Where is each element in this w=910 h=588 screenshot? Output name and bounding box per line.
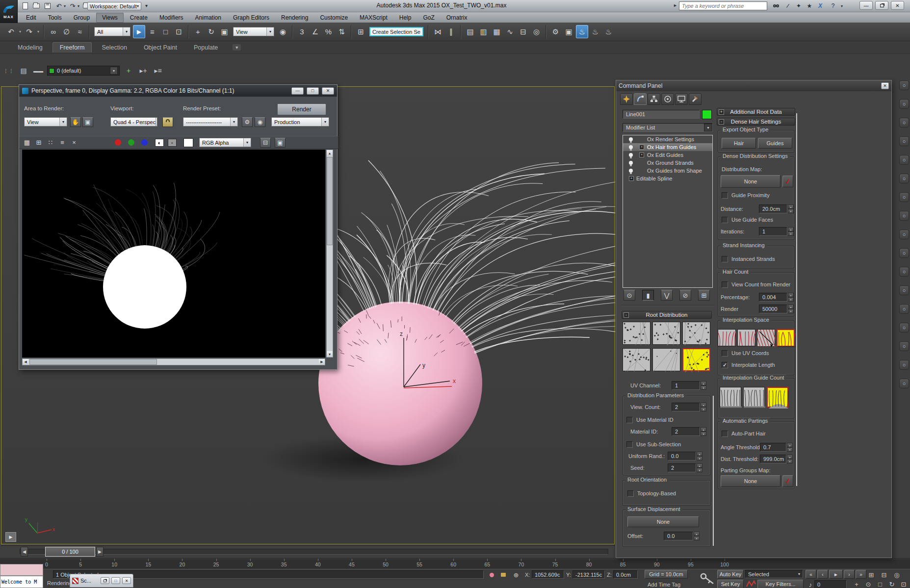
configure-modifier-sets-button[interactable]: ⊞ bbox=[698, 290, 710, 301]
menu-animation[interactable]: Animation bbox=[190, 13, 227, 22]
menu-tools[interactable]: Tools bbox=[43, 13, 67, 22]
seed-field-spinner[interactable]: ▴▾ bbox=[697, 463, 702, 472]
hair-button[interactable]: Hair bbox=[722, 138, 756, 149]
guide-count-thumb[interactable] bbox=[720, 387, 741, 408]
ornatrix-toolbar-button[interactable]: ○ bbox=[899, 155, 909, 165]
key-style-icon[interactable] bbox=[746, 580, 756, 588]
spin-up-icon[interactable]: ▴ bbox=[697, 463, 702, 468]
ribbon-tab-object-paint[interactable]: Object Paint bbox=[137, 43, 184, 52]
snap-toggle-icon[interactable]: 3 bbox=[296, 25, 308, 38]
print-image-icon[interactable]: ≡ bbox=[57, 138, 67, 148]
undo-dropdown-icon[interactable]: ▾ bbox=[18, 25, 22, 38]
search-icon[interactable] bbox=[771, 2, 781, 10]
percentage-field-spinner[interactable]: ▴▾ bbox=[788, 293, 794, 302]
mini-maximize-icon[interactable]: □ bbox=[111, 577, 120, 584]
ornatrix-toolbar-button[interactable]: ○ bbox=[899, 230, 909, 239]
zoom-icon[interactable]: ⊙ bbox=[863, 580, 873, 588]
channel-dropdown-arrow-icon[interactable]: ▾ bbox=[243, 138, 251, 147]
key-filters-button[interactable]: Key Filters... bbox=[757, 580, 804, 588]
time-slider-handle[interactable]: 0 / 100 bbox=[45, 547, 95, 557]
redo-dropdown-icon[interactable]: ▾ bbox=[36, 25, 40, 38]
rfw-titlebar[interactable]: Perspective, frame 0, Display Gamma: 2.2… bbox=[19, 85, 337, 97]
offset-field[interactable]: 0.0 bbox=[664, 532, 693, 540]
render-count-field-spinner[interactable]: ▴▾ bbox=[788, 305, 794, 313]
align-icon[interactable]: ∥ bbox=[445, 25, 457, 38]
right-column-scrollbar[interactable] bbox=[796, 113, 797, 486]
undo-icon[interactable]: ↶ bbox=[54, 2, 63, 10]
menu-group[interactable]: Group bbox=[68, 13, 95, 22]
go-to-start-icon[interactable]: « bbox=[806, 570, 816, 579]
undo-dropdown-icon[interactable]: ▾ bbox=[64, 4, 66, 8]
selection-lock-icon[interactable] bbox=[498, 570, 508, 579]
open-file-icon[interactable] bbox=[32, 2, 41, 10]
toolbar-overflow-icon[interactable]: ▾ bbox=[145, 3, 148, 8]
use-sub-selection-checkbox[interactable] bbox=[626, 441, 633, 448]
modifier-list-dropdown[interactable]: Modifier List ▾ bbox=[623, 123, 713, 132]
ornatrix-toolbar-button[interactable]: ○ bbox=[899, 304, 909, 314]
modifier-enable-bulb-icon[interactable] bbox=[629, 153, 633, 157]
menu-customize[interactable]: Customize bbox=[314, 13, 353, 22]
ornatrix-toolbar-button[interactable]: ○ bbox=[899, 379, 909, 388]
select-by-name-icon[interactable]: ≡ bbox=[146, 25, 158, 38]
percent-snap-icon[interactable]: % bbox=[322, 25, 335, 38]
angle-threshold-field[interactable]: 0.7 bbox=[760, 443, 786, 452]
vscroll-thumb[interactable] bbox=[327, 157, 333, 245]
modifier-stack-row[interactable]: +Editable Spline bbox=[623, 175, 712, 182]
dist-threshold-field-spinner[interactable]: ▴▾ bbox=[787, 455, 793, 463]
exchange-store-icon[interactable]: X bbox=[815, 2, 825, 10]
mirror-icon[interactable]: ⋈ bbox=[432, 25, 444, 38]
go-to-end-icon[interactable]: » bbox=[856, 570, 866, 579]
tab-modify[interactable] bbox=[634, 93, 647, 105]
auto-part-hair-checkbox[interactable] bbox=[722, 431, 728, 437]
close-button[interactable]: ✕ bbox=[891, 1, 904, 10]
tab-utilities[interactable] bbox=[689, 93, 702, 105]
help-dropdown-icon[interactable]: ▾ bbox=[837, 2, 847, 10]
menu-graph-editors[interactable]: Graph Editors bbox=[228, 13, 275, 22]
save-file-icon[interactable] bbox=[43, 2, 52, 10]
track-bar-ruler[interactable]: 0510152025303540455055606570758085909510… bbox=[0, 558, 910, 569]
rfw-viewport-dropdown[interactable]: Quad 4 - Perspec▾ bbox=[110, 117, 157, 127]
play-icon[interactable]: ► bbox=[829, 570, 843, 579]
ribbon-overflow-icon[interactable]: ▾ bbox=[233, 44, 241, 51]
pan-icon[interactable]: + bbox=[852, 580, 861, 588]
spin-up-icon[interactable]: ▴ bbox=[788, 227, 794, 231]
uv-channel-field[interactable]: 1 bbox=[672, 381, 700, 390]
workspace-dropdown[interactable]: Workspace: Default▾ bbox=[87, 2, 141, 10]
modifier-stack-row[interactable]: Ox Guides from Shape bbox=[623, 167, 712, 175]
distance-field-spinner[interactable]: ▴▾ bbox=[788, 205, 794, 213]
help-search-input[interactable] bbox=[679, 1, 767, 10]
maximize-viewport-icon[interactable]: ⊡ bbox=[899, 580, 909, 588]
ornatrix-toolbar-button[interactable]: ○ bbox=[899, 323, 909, 332]
render-preset-dropdown[interactable]: --------------------▾ bbox=[183, 117, 238, 127]
monochrome-icon[interactable]: ▪ bbox=[168, 139, 177, 147]
spin-down-icon[interactable]: ▾ bbox=[788, 231, 794, 236]
command-panel-close-icon[interactable]: ✕ bbox=[881, 82, 889, 89]
key-selection-dropdown[interactable]: Selected▾ bbox=[745, 570, 803, 578]
clone-window-icon[interactable]: ∷ bbox=[46, 138, 55, 148]
schematic-view-icon[interactable]: ⊟ bbox=[517, 25, 529, 38]
command-panel-titlebar[interactable]: Command Panel ✕ bbox=[616, 80, 891, 91]
angle-threshold-field-spinner[interactable]: ▴▾ bbox=[787, 443, 793, 452]
environment-icon[interactable]: ◉ bbox=[255, 117, 265, 127]
communication-center-icon[interactable]: ✦ bbox=[794, 2, 804, 10]
viewport-config-icon[interactable]: ⊞ bbox=[866, 570, 876, 579]
mini-restore-icon[interactable] bbox=[101, 577, 109, 584]
spin-down-icon[interactable]: ▾ bbox=[697, 468, 702, 472]
spin-up-icon[interactable]: ▴ bbox=[694, 532, 700, 536]
application-menu-button[interactable]: MAX bbox=[0, 0, 18, 23]
spin-up-icon[interactable]: ▴ bbox=[788, 305, 794, 309]
y-coordinate-field[interactable]: -2132.115c bbox=[572, 570, 605, 579]
spin-up-icon[interactable]: ▴ bbox=[701, 403, 706, 407]
spin-up-icon[interactable]: ▴ bbox=[697, 452, 702, 456]
ornatrix-toolbar-button[interactable]: ○ bbox=[899, 118, 909, 128]
sound-toggle-icon[interactable]: ♪ bbox=[806, 580, 815, 588]
modifier-stack-row[interactable]: Ox Ground Strands bbox=[623, 159, 712, 167]
next-frame-arrow[interactable]: ▶ bbox=[96, 547, 104, 557]
select-and-scale-icon[interactable]: ▣ bbox=[218, 25, 231, 38]
active-layer-dropdown[interactable]: 0 (default) ▾ bbox=[47, 66, 120, 76]
render-production-icon[interactable]: ♨ bbox=[576, 25, 588, 38]
distance-field[interactable]: 20.0cm bbox=[759, 205, 787, 213]
expand-icon[interactable]: + bbox=[629, 176, 634, 181]
clear-color-swatch[interactable] bbox=[183, 138, 193, 147]
spin-up-icon[interactable]: ▴ bbox=[788, 293, 794, 297]
